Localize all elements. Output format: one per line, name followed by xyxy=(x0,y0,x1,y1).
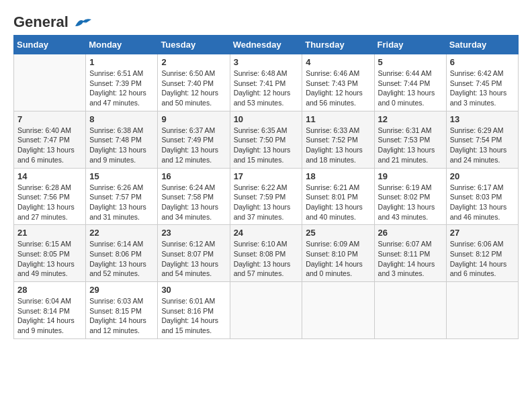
day-info: Sunrise: 6:35 AM Sunset: 7:50 PM Dayligh… xyxy=(234,126,299,165)
sunset-text: Sunset: 8:02 PM xyxy=(378,192,443,202)
calendar-cell: 26 Sunrise: 6:07 AM Sunset: 8:11 PM Dayl… xyxy=(374,225,446,282)
calendar-cell: 19 Sunrise: 6:19 AM Sunset: 8:02 PM Dayl… xyxy=(374,168,446,225)
sunset-text: Sunset: 8:11 PM xyxy=(378,249,443,259)
sunset-text: Sunset: 7:50 PM xyxy=(234,135,299,145)
weekday-header: Friday xyxy=(374,36,446,54)
sunset-text: Sunset: 7:44 PM xyxy=(378,79,443,89)
logo: General xyxy=(13,13,93,28)
page-header: General xyxy=(13,13,519,28)
sunset-text: Sunset: 7:49 PM xyxy=(161,135,226,145)
day-number: 10 xyxy=(234,114,299,124)
day-info: Sunrise: 6:33 AM Sunset: 7:52 PM Dayligh… xyxy=(306,126,370,165)
sunrise-text: Sunrise: 6:46 AM xyxy=(306,68,370,79)
calendar-cell: 4 Sunrise: 6:46 AM Sunset: 7:43 PM Dayli… xyxy=(302,54,374,111)
day-number: 11 xyxy=(306,114,370,124)
day-info: Sunrise: 6:17 AM Sunset: 8:03 PM Dayligh… xyxy=(450,183,515,222)
calendar-cell: 9 Sunrise: 6:37 AM Sunset: 7:49 PM Dayli… xyxy=(158,111,230,168)
daylight-text: Daylight: 13 hours and 49 minutes. xyxy=(17,259,82,279)
calendar-cell xyxy=(14,54,86,111)
sunrise-text: Sunrise: 6:40 AM xyxy=(17,126,82,136)
day-info: Sunrise: 6:51 AM Sunset: 7:39 PM Dayligh… xyxy=(89,68,154,108)
calendar-cell: 2 Sunrise: 6:50 AM Sunset: 7:40 PM Dayli… xyxy=(158,54,230,111)
sunset-text: Sunset: 7:40 PM xyxy=(161,79,226,89)
day-number: 6 xyxy=(450,57,515,67)
sunrise-text: Sunrise: 6:24 AM xyxy=(161,183,226,193)
calendar-cell: 15 Sunrise: 6:26 AM Sunset: 7:57 PM Dayl… xyxy=(86,168,158,225)
sunrise-text: Sunrise: 6:01 AM xyxy=(161,296,226,306)
calendar-table: SundayMondayTuesdayWednesdayThursdayFrid… xyxy=(13,35,519,339)
calendar-week-row: 21 Sunrise: 6:15 AM Sunset: 8:05 PM Dayl… xyxy=(14,225,519,282)
day-info: Sunrise: 6:03 AM Sunset: 8:15 PM Dayligh… xyxy=(89,296,154,336)
sunset-text: Sunset: 7:54 PM xyxy=(450,135,515,145)
sunset-text: Sunset: 8:08 PM xyxy=(234,249,299,259)
day-number: 7 xyxy=(17,114,82,124)
sunset-text: Sunset: 7:43 PM xyxy=(306,79,370,89)
daylight-text: Daylight: 14 hours and 12 minutes. xyxy=(89,316,154,335)
weekday-header: Tuesday xyxy=(158,36,230,54)
day-number: 24 xyxy=(234,228,299,238)
sunset-text: Sunset: 8:03 PM xyxy=(450,192,515,202)
calendar-week-row: 7 Sunrise: 6:40 AM Sunset: 7:47 PM Dayli… xyxy=(14,111,519,168)
daylight-text: Daylight: 13 hours and 9 minutes. xyxy=(89,145,154,165)
day-number: 20 xyxy=(450,171,515,181)
daylight-text: Daylight: 13 hours and 21 minutes. xyxy=(378,145,443,165)
weekday-header: Wednesday xyxy=(230,36,302,54)
day-number: 29 xyxy=(89,285,154,295)
sunrise-text: Sunrise: 6:07 AM xyxy=(378,239,443,249)
calendar-cell: 10 Sunrise: 6:35 AM Sunset: 7:50 PM Dayl… xyxy=(230,111,302,168)
sunset-text: Sunset: 8:01 PM xyxy=(306,192,370,202)
sunrise-text: Sunrise: 6:03 AM xyxy=(89,296,154,306)
day-info: Sunrise: 6:44 AM Sunset: 7:44 PM Dayligh… xyxy=(378,68,443,108)
sunrise-text: Sunrise: 6:38 AM xyxy=(89,126,154,136)
calendar-cell: 3 Sunrise: 6:48 AM Sunset: 7:41 PM Dayli… xyxy=(230,54,302,111)
day-number: 17 xyxy=(234,171,299,181)
calendar-cell xyxy=(374,282,446,339)
day-info: Sunrise: 6:38 AM Sunset: 7:48 PM Dayligh… xyxy=(89,126,154,165)
daylight-text: Daylight: 13 hours and 6 minutes. xyxy=(17,145,82,165)
calendar-cell: 11 Sunrise: 6:33 AM Sunset: 7:52 PM Dayl… xyxy=(302,111,374,168)
logo-text: General xyxy=(13,13,93,31)
sunrise-text: Sunrise: 6:48 AM xyxy=(234,68,299,79)
day-number: 16 xyxy=(161,171,226,181)
day-info: Sunrise: 6:15 AM Sunset: 8:05 PM Dayligh… xyxy=(17,239,82,279)
day-info: Sunrise: 6:10 AM Sunset: 8:08 PM Dayligh… xyxy=(234,239,299,279)
sunrise-text: Sunrise: 6:10 AM xyxy=(234,239,299,249)
daylight-text: Daylight: 13 hours and 3 minutes. xyxy=(450,88,515,107)
daylight-text: Daylight: 13 hours and 57 minutes. xyxy=(234,259,299,279)
daylight-text: Daylight: 13 hours and 40 minutes. xyxy=(306,202,370,222)
daylight-text: Daylight: 13 hours and 18 minutes. xyxy=(306,145,370,165)
day-info: Sunrise: 6:24 AM Sunset: 7:58 PM Dayligh… xyxy=(161,183,226,222)
daylight-text: Daylight: 13 hours and 37 minutes. xyxy=(234,202,299,222)
daylight-text: Daylight: 13 hours and 34 minutes. xyxy=(161,202,226,222)
calendar-cell: 14 Sunrise: 6:28 AM Sunset: 7:56 PM Dayl… xyxy=(14,168,86,225)
daylight-text: Daylight: 13 hours and 0 minutes. xyxy=(378,88,443,107)
daylight-text: Daylight: 14 hours and 0 minutes. xyxy=(306,259,370,279)
calendar-cell: 27 Sunrise: 6:06 AM Sunset: 8:12 PM Dayl… xyxy=(446,225,518,282)
daylight-text: Daylight: 13 hours and 24 minutes. xyxy=(450,145,515,165)
sunset-text: Sunset: 7:58 PM xyxy=(161,192,226,202)
daylight-text: Daylight: 13 hours and 43 minutes. xyxy=(378,202,443,222)
calendar-cell: 25 Sunrise: 6:09 AM Sunset: 8:10 PM Dayl… xyxy=(302,225,374,282)
day-number: 15 xyxy=(89,171,154,181)
weekday-header: Monday xyxy=(86,36,158,54)
sunrise-text: Sunrise: 6:14 AM xyxy=(89,239,154,249)
calendar-cell: 24 Sunrise: 6:10 AM Sunset: 8:08 PM Dayl… xyxy=(230,225,302,282)
sunset-text: Sunset: 8:16 PM xyxy=(161,306,226,316)
day-info: Sunrise: 6:48 AM Sunset: 7:41 PM Dayligh… xyxy=(234,68,299,108)
sunrise-text: Sunrise: 6:15 AM xyxy=(17,239,82,249)
day-number: 1 xyxy=(89,57,154,67)
sunrise-text: Sunrise: 6:09 AM xyxy=(306,239,370,249)
sunset-text: Sunset: 7:39 PM xyxy=(89,79,154,89)
weekday-header: Saturday xyxy=(446,36,518,54)
sunrise-text: Sunrise: 6:28 AM xyxy=(17,183,82,193)
sunrise-text: Sunrise: 6:06 AM xyxy=(450,239,515,249)
sunset-text: Sunset: 8:14 PM xyxy=(17,306,82,316)
sunrise-text: Sunrise: 6:04 AM xyxy=(17,296,82,306)
day-number: 9 xyxy=(161,114,226,124)
day-info: Sunrise: 6:37 AM Sunset: 7:49 PM Dayligh… xyxy=(161,126,226,165)
sunrise-text: Sunrise: 6:22 AM xyxy=(234,183,299,193)
daylight-text: Daylight: 13 hours and 12 minutes. xyxy=(161,145,226,165)
sunrise-text: Sunrise: 6:17 AM xyxy=(450,183,515,193)
calendar-week-row: 1 Sunrise: 6:51 AM Sunset: 7:39 PM Dayli… xyxy=(14,54,519,111)
sunset-text: Sunset: 7:53 PM xyxy=(378,135,443,145)
